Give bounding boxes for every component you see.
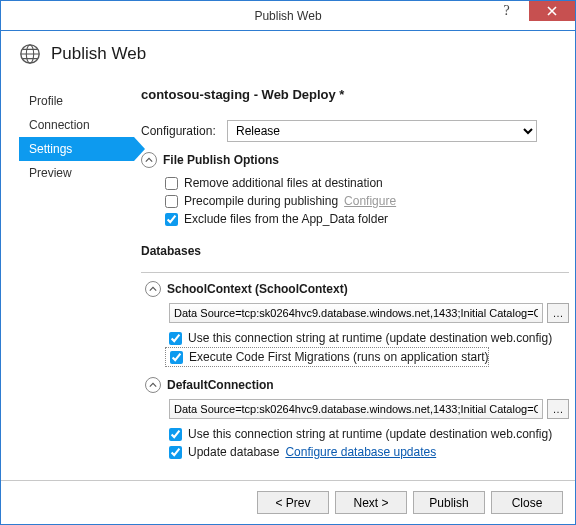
defaultconnection-use-runtime-label: Use this connection string at runtime (u… <box>188 427 552 441</box>
schoolcontext-browse-button[interactable]: … <box>547 303 569 323</box>
sidebar-item-label: Preview <box>29 166 72 180</box>
collapse-schoolcontext-button[interactable] <box>145 281 161 297</box>
defaultconnection-update-db-label: Update database <box>188 445 279 459</box>
schoolcontext-migrations-checkbox[interactable] <box>170 351 183 364</box>
help-button[interactable]: ? <box>484 1 529 21</box>
sidebar: Profile Connection Settings Preview <box>1 79 141 480</box>
sidebar-item-preview[interactable]: Preview <box>1 161 141 185</box>
database-block-schoolcontext: SchoolContext (SchoolContext) … Use this… <box>145 281 569 367</box>
defaultconnection-title: DefaultConnection <box>167 378 274 392</box>
configuration-select[interactable]: Release <box>227 120 537 142</box>
defaultconnection-use-runtime-checkbox[interactable] <box>169 428 182 441</box>
chevron-up-icon <box>149 285 157 293</box>
schoolcontext-use-runtime-checkbox[interactable] <box>169 332 182 345</box>
sidebar-item-connection[interactable]: Connection <box>1 113 141 137</box>
sidebar-item-label: Connection <box>29 118 90 132</box>
sidebar-item-label: Profile <box>29 94 63 108</box>
database-block-defaultconnection: DefaultConnection … Use this connection … <box>145 377 569 461</box>
chevron-up-icon <box>149 381 157 389</box>
sidebar-item-label: Settings <box>29 142 72 156</box>
main-panel: contosou-staging - Web Deploy * Configur… <box>141 79 575 480</box>
page-title: contosou-staging - Web Deploy * <box>141 87 569 102</box>
precompile-configure-link: Configure <box>344 194 396 208</box>
close-button[interactable]: Close <box>491 491 563 514</box>
schoolcontext-migrations-label: Execute Code First Migrations (runs on a… <box>189 350 488 364</box>
file-publish-section-title: File Publish Options <box>163 153 279 167</box>
collapse-defaultconnection-button[interactable] <box>145 377 161 393</box>
ellipsis-icon: … <box>553 403 564 415</box>
globe-icon <box>19 43 41 65</box>
configuration-label: Configuration: <box>141 124 219 138</box>
schoolcontext-use-runtime-label: Use this connection string at runtime (u… <box>188 331 552 345</box>
close-icon <box>547 6 557 16</box>
prev-button[interactable]: < Prev <box>257 491 329 514</box>
exclude-appdata-label: Exclude files from the App_Data folder <box>184 212 388 226</box>
sidebar-item-profile[interactable]: Profile <box>1 89 141 113</box>
dialog-header: Publish Web <box>1 31 575 79</box>
databases-section-title: Databases <box>141 244 569 258</box>
divider <box>141 272 569 273</box>
help-icon: ? <box>503 3 509 19</box>
configure-database-updates-link[interactable]: Configure database updates <box>285 445 436 459</box>
schoolcontext-connection-input[interactable] <box>169 303 543 323</box>
ellipsis-icon: … <box>553 307 564 319</box>
defaultconnection-connection-input[interactable] <box>169 399 543 419</box>
chevron-up-icon <box>145 156 153 164</box>
precompile-label: Precompile during publishing <box>184 194 338 208</box>
sidebar-item-settings[interactable]: Settings <box>19 137 134 161</box>
header-title: Publish Web <box>51 44 146 64</box>
defaultconnection-update-db-checkbox[interactable] <box>169 446 182 459</box>
publish-button[interactable]: Publish <box>413 491 485 514</box>
next-button[interactable]: Next > <box>335 491 407 514</box>
remove-additional-files-checkbox[interactable] <box>165 177 178 190</box>
defaultconnection-browse-button[interactable]: … <box>547 399 569 419</box>
schoolcontext-title: SchoolContext (SchoolContext) <box>167 282 348 296</box>
remove-additional-files-label: Remove additional files at destination <box>184 176 383 190</box>
titlebar: Publish Web ? <box>1 1 575 31</box>
precompile-checkbox[interactable] <box>165 195 178 208</box>
exclude-appdata-checkbox[interactable] <box>165 213 178 226</box>
close-window-button[interactable] <box>529 1 575 21</box>
dialog-footer: < Prev Next > Publish Close <box>1 480 575 524</box>
